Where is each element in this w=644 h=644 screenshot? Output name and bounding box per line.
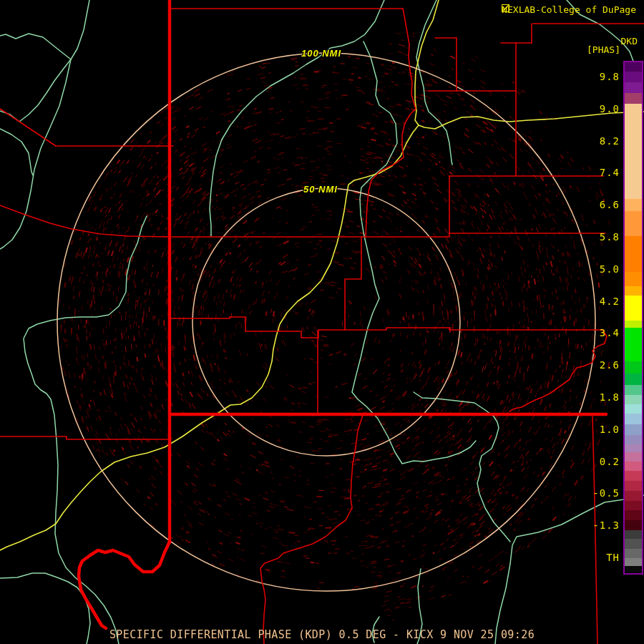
color-scale-stop bbox=[625, 93, 642, 104]
color-scale-stop bbox=[625, 471, 642, 481]
color-scale-stop bbox=[625, 462, 642, 471]
radar-screen: 100 NMI 50 NMI NEXLAB-College of DuPage … bbox=[0, 0, 644, 644]
color-scale-stop bbox=[625, 72, 642, 82]
scale-tick-label: -1.3 bbox=[577, 520, 620, 530]
range-ring-label-50nmi: 50 NMI bbox=[303, 184, 338, 195]
scale-tick-label: 5.8 bbox=[577, 232, 620, 242]
scale-tick-label: TH bbox=[577, 552, 620, 562]
scale-tick-label: 1.8 bbox=[577, 392, 620, 402]
color-scale-stop bbox=[625, 286, 642, 296]
color-scale-stop bbox=[625, 539, 642, 549]
range-ring-label-100nmi: 100 NMI bbox=[301, 48, 341, 59]
color-scale-stop bbox=[625, 236, 642, 272]
color-scale-stop bbox=[625, 404, 642, 414]
map-layer bbox=[0, 0, 644, 644]
river-line bbox=[416, 0, 452, 165]
county-border bbox=[260, 415, 363, 644]
color-scale-stop bbox=[625, 424, 642, 435]
scale-tick-label: 1.0 bbox=[577, 424, 620, 434]
color-scale-stop bbox=[625, 374, 642, 385]
color-scale-stop bbox=[625, 361, 642, 374]
county-border bbox=[0, 109, 56, 146]
state-border bbox=[79, 542, 170, 628]
scale-tick-label: 4.2 bbox=[577, 296, 620, 306]
color-scale-stop bbox=[625, 272, 642, 286]
color-scale-stop bbox=[625, 296, 642, 321]
scale-tick-label: 9.0 bbox=[577, 104, 620, 114]
color-scale-stop bbox=[625, 510, 642, 520]
product-caption: SPECIFIC DIFFERENTIAL PHASE (KDP) 0.5 DE… bbox=[109, 628, 535, 641]
scale-tick-label: 9.8 bbox=[577, 72, 620, 82]
color-scale-stop bbox=[625, 82, 642, 93]
county-border bbox=[0, 436, 170, 439]
color-scale-stop bbox=[625, 199, 642, 211]
color-scale-stop bbox=[625, 104, 642, 199]
scale-product-id: DKD bbox=[621, 36, 638, 47]
range-ring-100nmi bbox=[57, 53, 595, 591]
color-scale-stop bbox=[625, 321, 642, 328]
app-title-text: NEXLAB-College of DuPage bbox=[502, 4, 636, 15]
county-border bbox=[172, 233, 605, 237]
river-line bbox=[0, 34, 71, 59]
color-scale-stop bbox=[625, 444, 642, 452]
river-line bbox=[24, 216, 147, 644]
app-title: NEXLAB-College of DuPage bbox=[502, 4, 639, 15]
color-scale-stop bbox=[625, 520, 642, 530]
color-scale-stop bbox=[625, 530, 642, 539]
color-scale-stop bbox=[625, 328, 642, 361]
color-scale-stop bbox=[625, 62, 642, 72]
county-border bbox=[345, 237, 361, 330]
scale-tick-label: -0.5 bbox=[577, 488, 620, 498]
scale-tick-label: 3.4 bbox=[577, 328, 620, 338]
scale-tick-label: 0.2 bbox=[577, 457, 620, 467]
color-scale-stop bbox=[625, 566, 642, 572]
color-scale-stop bbox=[625, 491, 642, 501]
color-scale-stop bbox=[625, 452, 642, 462]
scale-tick-label: 2.6 bbox=[577, 360, 620, 370]
river-line bbox=[210, 0, 384, 236]
color-scale-stop bbox=[625, 395, 642, 404]
color-scale-stop bbox=[625, 501, 642, 510]
scale-tick-label: 6.6 bbox=[577, 200, 620, 210]
scale-tick-label: 8.2 bbox=[577, 136, 620, 146]
county-border bbox=[366, 9, 416, 237]
color-scale-stop bbox=[625, 481, 642, 491]
color-scale-bar bbox=[623, 61, 643, 575]
color-scale-stop bbox=[625, 414, 642, 424]
river-line bbox=[495, 495, 644, 644]
scale-tick-label: 7.4 bbox=[577, 167, 620, 177]
color-scale-stop bbox=[625, 435, 642, 444]
scale-units-label: [PHAS] bbox=[587, 44, 620, 55]
river-line bbox=[0, 59, 71, 122]
river-line bbox=[0, 573, 90, 644]
county-border bbox=[170, 317, 602, 338]
color-scale-stop bbox=[625, 558, 642, 566]
color-scale-stop bbox=[625, 549, 642, 558]
color-scale-stop bbox=[625, 385, 642, 395]
river-line bbox=[0, 129, 33, 175]
color-scale-stop bbox=[625, 211, 642, 236]
scale-tick-label: 5.0 bbox=[577, 264, 620, 274]
